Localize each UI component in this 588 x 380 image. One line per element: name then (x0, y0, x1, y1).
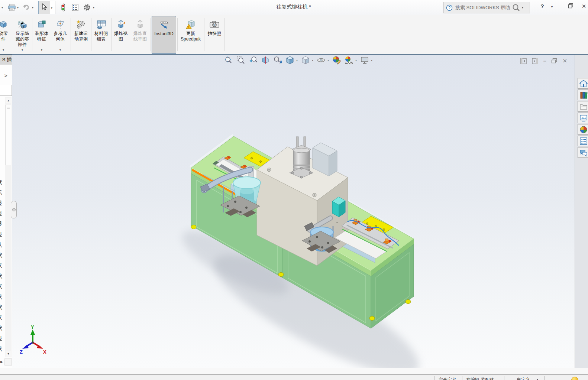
undo-icon[interactable] (22, 3, 30, 12)
tree-item-partial[interactable]: 状 (0, 293, 6, 301)
taskpane-design-library-button[interactable] (578, 90, 588, 100)
custom-properties-icon (579, 137, 588, 145)
tree-item-partial[interactable]: 示 (0, 189, 6, 197)
tree-filter-box[interactable] (0, 85, 12, 96)
tree-item-partial[interactable]: 认 (0, 241, 6, 249)
solidworks-window: { "titlebar": { "title": "往复式铆柱机 *", "se… (0, 0, 588, 380)
select-tool-button[interactable] (38, 1, 50, 14)
menu-expand-caret-icon[interactable]: ▾ (1, 6, 3, 9)
reference-geometry-button[interactable]: 参考几 何体 ▾ (51, 16, 70, 53)
title-bar: ▾ ▾ ▾ ▾ ▾ 往复式铆柱机 * ? ▾ ? ▾ — ✕ (0, 0, 588, 15)
home-icon (579, 79, 588, 88)
tree-item-partial[interactable]: 状 (0, 314, 6, 321)
help-caret-icon[interactable]: ▾ (548, 5, 556, 9)
scroll-thumb[interactable] (6, 105, 11, 165)
taskpane-forum-button[interactable] (578, 147, 588, 158)
search-box[interactable]: ? ▾ (443, 2, 530, 13)
taskpane-home-button[interactable] (578, 78, 588, 89)
hscroll-right-icon[interactable]: ▶ (0, 360, 3, 364)
tree-item-partial[interactable]: 状 (0, 262, 6, 269)
close-button[interactable]: ✕ (580, 3, 588, 10)
forum-chat-icon (579, 149, 588, 157)
update-speedpak-button[interactable]: ! 更新 Speedpak (179, 16, 203, 53)
help-button[interactable]: ? (538, 3, 546, 9)
take-snapshot-button[interactable]: 拍快照 (205, 16, 224, 53)
update-speedpak-icon: ! (179, 19, 203, 30)
panel-splitter-handle[interactable] (11, 201, 17, 218)
move-component-icon (0, 19, 13, 30)
select-tool-caret[interactable]: ▾ (50, 1, 55, 14)
show-hidden-components-button[interactable]: 显示隐 藏的零 部件 ▾ (13, 16, 31, 53)
options-caret-icon[interactable]: ▾ (93, 6, 94, 9)
task-pane-strip (575, 55, 588, 368)
print-icon[interactable] (7, 3, 16, 12)
traffic-light-icon[interactable] (59, 3, 68, 12)
taskpane-custom-properties-button[interactable] (578, 136, 588, 146)
design-library-icon (579, 91, 588, 99)
restore-button[interactable] (568, 3, 576, 9)
tree-item-partial[interactable]: 显 (0, 200, 6, 207)
reference-geometry-icon (51, 19, 70, 30)
undo-caret-icon[interactable]: ▾ (32, 6, 33, 9)
tree-item-partial[interactable]: 显 (0, 221, 6, 228)
folder-icon (579, 103, 588, 111)
search-caret-icon[interactable]: ▾ (522, 6, 523, 9)
tree-item-partial[interactable]: 显 (0, 335, 6, 342)
report-options-icon[interactable] (71, 3, 80, 12)
featuremanager-panel: > ▲ ▼ 默 示 显 显 显 显 认 状 状 状 状 状 状 状 状 显 状 … (0, 65, 12, 368)
status-custom-caret-icon[interactable]: ▾ (537, 378, 538, 380)
help-circle-icon: ? (446, 4, 453, 11)
new-motion-study-button[interactable]: 新建运 动算例 (72, 16, 90, 53)
tree-item-partial[interactable]: 状 (0, 273, 6, 280)
new-motion-study-icon (72, 19, 90, 30)
exploded-view-icon (112, 19, 130, 30)
search-input[interactable] (455, 4, 512, 11)
tree-item-partial[interactable]: 状 (0, 345, 6, 353)
assembly-features-button[interactable]: 装配体 特征 ▾ (33, 16, 51, 53)
instant3d-button[interactable]: Instant3D (152, 16, 176, 54)
model-3d-view[interactable]: Y X Z (12, 55, 575, 368)
tree-item-partial[interactable]: 状 (0, 252, 6, 259)
search-icon[interactable] (512, 3, 521, 12)
bill-of-materials-button[interactable]: 材料明 细表 (92, 16, 110, 53)
take-snapshot-icon (205, 19, 224, 30)
svg-text:?: ? (448, 6, 450, 10)
tree-item-partial[interactable]: 状 (0, 325, 6, 332)
panel-expand-button[interactable]: > (4, 73, 7, 78)
explode-line-sketch-button: 爆炸直 线草图 (131, 16, 149, 53)
triad-z-label: Z (20, 349, 23, 355)
exploded-view-button[interactable]: 爆炸视 图 (112, 16, 130, 53)
tree-item-partial[interactable]: 显 (0, 210, 6, 217)
show-hidden-components-icon (13, 19, 31, 30)
status-editing-mode: 在编辑 装配体 (466, 377, 494, 380)
explode-line-sketch-icon (131, 19, 149, 30)
model-press-cylinder[interactable] (290, 137, 313, 178)
window-title: 往复式铆柱机 * (238, 4, 349, 10)
assembly-features-icon (33, 19, 51, 30)
status-bar: 完全定义 在编辑 装配体 自定义 ▾ (0, 376, 588, 380)
model-cyan-block[interactable] (332, 197, 345, 217)
graphics-viewport[interactable]: A ▾ ▾ ▾ ▾ ▾ – ✕ (12, 55, 575, 368)
taskpane-file-explorer-button[interactable] (578, 101, 588, 112)
status-fully-defined: 完全定义 (439, 377, 456, 380)
tree-item-partial[interactable]: 状 (0, 304, 6, 311)
scroll-up-icon[interactable]: ▲ (6, 98, 11, 103)
print-caret-icon[interactable]: ▾ (17, 6, 19, 9)
view-palette-icon (579, 114, 588, 122)
appearances-sphere-icon (579, 126, 588, 134)
scroll-down-icon[interactable]: ▼ (6, 351, 11, 357)
tree-item-partial[interactable]: 状 (0, 283, 6, 290)
tree-item-partial[interactable]: 显 (0, 231, 6, 238)
taskpane-view-palette-button[interactable] (578, 113, 588, 123)
options-gear-icon[interactable] (83, 3, 91, 12)
orientation-triad: Y X Z (20, 324, 46, 355)
svg-text:!: ! (188, 25, 190, 29)
bill-of-materials-icon (92, 19, 110, 30)
taskpane-appearances-button[interactable] (578, 124, 588, 135)
minimize-button[interactable]: — (557, 3, 565, 9)
command-ribbon: 动零 件 ▾ 显示隐 藏的零 部件 ▾ 装配体 特征 ▾ 参考几 何体 ▾ 新建… (0, 15, 588, 55)
tree-item-partial[interactable]: 默 (0, 179, 6, 186)
move-component-button[interactable]: 动零 件 ▾ (0, 16, 13, 53)
instant3d-icon (152, 19, 176, 30)
status-custom[interactable]: 自定义 (517, 377, 530, 380)
